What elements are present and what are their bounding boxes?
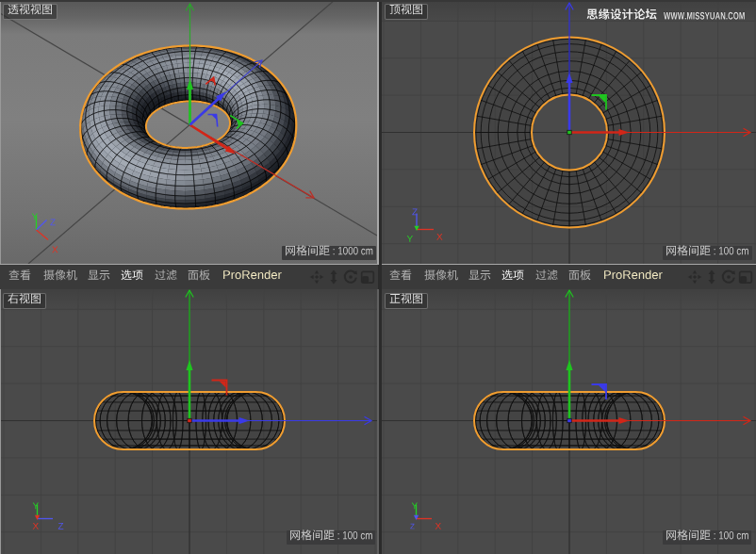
text-glyphs — [8, 294, 41, 307]
viewport-menubar-right: 查看摄像机显示选项过滤面板ProRender — [382, 265, 756, 289]
menu-item-prorender[interactable]: ProRender — [603, 269, 663, 284]
watermark-brand-glyphs — [586, 9, 657, 24]
text-glyphs — [568, 270, 591, 284]
grid-spacing-glyphs — [666, 246, 749, 259]
viewport-label-glyphs — [8, 5, 53, 18]
grid-spacing-glyphs — [285, 246, 373, 259]
top-scene — [382, 0, 756, 264]
viewport-label-glyphs — [8, 294, 41, 307]
menu-item-view[interactable]: 查看 — [389, 270, 412, 284]
menu-item-filter[interactable]: 过滤 — [155, 270, 177, 284]
text-glyphs — [88, 270, 110, 284]
viewport-label-front[interactable]: 正视图 — [385, 293, 428, 309]
text-glyphs — [424, 270, 458, 284]
text-glyphs — [155, 270, 177, 284]
viewport-label-right[interactable]: 右视图 — [3, 293, 46, 309]
text-glyphs — [666, 530, 749, 544]
grid-spacing-badge: 网格间距 : 100 cm — [663, 530, 752, 545]
text-glyphs — [468, 270, 491, 284]
left-edge-highlight-top — [0, 0, 1, 264]
vertical-splitter[interactable] — [379, 0, 382, 554]
text-glyphs — [8, 5, 53, 18]
viewport-label-top[interactable]: 顶视图 — [385, 4, 428, 20]
viewport-label-perspective[interactable]: 透视视图 — [3, 4, 58, 20]
c4d-quad-viewport-window: 透视视图 网格间距 : 1000 cm 顶视图 思缘设计论坛 WWW.MISSY… — [0, 0, 756, 554]
text-glyphs — [666, 246, 749, 259]
menu-item-prorender[interactable]: ProRender — [222, 269, 282, 284]
text-glyphs — [501, 270, 524, 284]
menu-item-filter[interactable]: 过滤 — [535, 270, 558, 284]
text-glyphs — [535, 270, 558, 284]
dolly-icon[interactable] — [326, 269, 341, 285]
text-glyphs — [664, 11, 746, 24]
menu-item-view[interactable]: 查看 — [8, 270, 31, 284]
viewport-layout-icon[interactable] — [738, 269, 753, 285]
viewport-label-glyphs — [389, 5, 423, 18]
viewport-perspective[interactable]: 透视视图 网格间距 : 1000 cm — [0, 0, 378, 264]
text-glyphs — [389, 5, 423, 18]
rotate-icon[interactable] — [721, 269, 736, 285]
viewport-right[interactable]: 右视图 网格间距 : 100 cm — [0, 289, 378, 554]
menu-item-display[interactable]: 显示 — [468, 270, 491, 284]
dolly-icon[interactable] — [704, 269, 719, 285]
viewport-label-glyphs — [389, 294, 423, 307]
text-glyphs — [121, 270, 143, 284]
text-glyphs — [389, 294, 423, 307]
text-glyphs — [285, 246, 373, 259]
grid-spacing-badge: 网格间距 : 100 cm — [287, 530, 376, 545]
viewport-front[interactable]: 正视图 网格间距 : 100 cm — [382, 289, 756, 554]
text-glyphs — [603, 269, 663, 284]
text-glyphs — [43, 270, 77, 284]
watermark: 思缘设计论坛 WWW.MISSYUAN.COM — [586, 9, 746, 24]
pan-icon[interactable] — [687, 269, 702, 285]
menu-item-options[interactable]: 选项 — [121, 270, 143, 284]
grid-spacing-glyphs — [666, 530, 749, 544]
text-glyphs — [188, 270, 210, 284]
grid-spacing-badge: 网格间距 : 1000 cm — [282, 246, 376, 260]
text-glyphs — [222, 269, 282, 284]
viewport-nav-icons — [309, 269, 378, 285]
menu-item-display[interactable]: 显示 — [88, 270, 110, 284]
text-glyphs — [389, 270, 412, 284]
viewport-nav-icons — [687, 269, 756, 285]
right-scene — [0, 289, 378, 554]
text-glyphs — [8, 270, 31, 284]
top-edge-line — [0, 0, 756, 2]
grid-spacing-glyphs — [289, 530, 373, 544]
menu-item-camera[interactable]: 摄像机 — [424, 270, 458, 284]
watermark-site-glyphs — [664, 11, 746, 24]
grid-spacing-badge: 网格间距 : 100 cm — [663, 246, 752, 260]
menu-item-camera[interactable]: 摄像机 — [43, 270, 77, 284]
perspective-scene — [0, 0, 378, 264]
viewport-layout-icon[interactable] — [360, 269, 375, 285]
pan-icon[interactable] — [309, 269, 324, 285]
menu-item-panel[interactable]: 面板 — [188, 270, 210, 284]
text-glyphs — [289, 530, 373, 544]
viewport-menubar-left: 查看摄像机显示选项过滤面板ProRender — [0, 265, 378, 289]
front-scene — [382, 289, 756, 554]
text-glyphs — [586, 9, 657, 24]
rotate-icon[interactable] — [343, 269, 358, 285]
menu-item-panel[interactable]: 面板 — [568, 270, 591, 284]
left-edge-highlight-bottom — [0, 289, 1, 554]
viewport-top[interactable]: 顶视图 思缘设计论坛 WWW.MISSYUAN.COM 网格间距 : 100 c… — [382, 0, 756, 264]
menu-item-options[interactable]: 选项 — [501, 270, 524, 284]
